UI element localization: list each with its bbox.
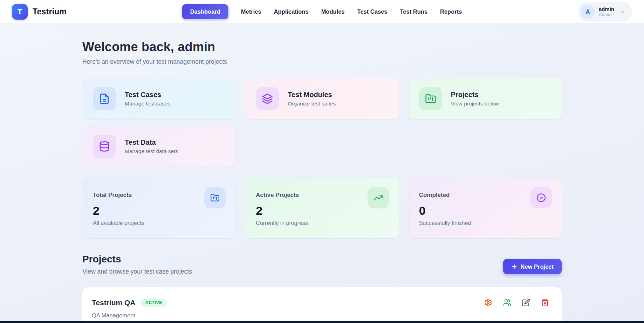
stat-active-projects: Active Projects 2 Currently in progress: [245, 178, 398, 238]
quick-action-subtitle: View projects below: [451, 101, 499, 107]
quick-action-test-modules[interactable]: Test Modules Organize test suites: [245, 78, 398, 119]
trending-up-icon: [368, 187, 389, 208]
nav-applications[interactable]: Applications: [274, 8, 309, 15]
plus-icon: [511, 263, 518, 270]
quick-action-text: Test Cases Manage test cases: [125, 91, 170, 107]
users-icon: [503, 298, 511, 307]
project-delete-button[interactable]: [541, 298, 549, 307]
project-members-button[interactable]: [503, 298, 511, 307]
user-meta: admin Admin: [599, 6, 614, 17]
nav-test-cases[interactable]: Test Cases: [357, 8, 388, 15]
nav-reports[interactable]: Reports: [440, 8, 462, 15]
page-title: Welcome back, admin: [82, 40, 562, 54]
brand-name: Testrium: [33, 7, 67, 16]
projects-header-text: Projects View and browse your test case …: [82, 254, 192, 275]
file-text-icon: [93, 87, 116, 110]
stat-caption: Currently in progress: [256, 220, 388, 226]
stat-completed: Completed 0 Successfully finished: [409, 178, 562, 238]
user-role: Admin: [599, 12, 614, 18]
quick-action-title: Test Data: [125, 138, 178, 146]
footer-edge: [0, 321, 644, 323]
stat-value: 0: [419, 204, 551, 218]
projects-subtitle: View and browse your test case projects: [82, 268, 192, 275]
project-settings-button[interactable]: [484, 298, 492, 307]
user-name: admin: [599, 6, 614, 12]
folder-kanban-icon: [204, 187, 226, 208]
project-actions: [484, 298, 549, 307]
quick-action-test-cases[interactable]: Test Cases Manage test cases: [82, 78, 235, 119]
stat-caption: All available projects: [93, 220, 225, 226]
database-icon: [93, 135, 116, 158]
nav-dashboard[interactable]: Dashboard: [182, 4, 228, 19]
quick-actions-grid: Test Cases Manage test cases Test Module…: [82, 78, 562, 167]
circle-check-icon: [530, 187, 552, 208]
trash-icon: [541, 298, 549, 307]
nav-test-runs[interactable]: Test Runs: [400, 8, 427, 15]
quick-action-text: Test Modules Organize test suites: [288, 91, 336, 107]
quick-action-subtitle: Manage test cases: [125, 101, 170, 107]
welcome-section: Welcome back, admin Here's an overview o…: [82, 40, 562, 66]
main-nav: Dashboard Metrics Applications Modules T…: [182, 4, 462, 19]
new-project-button[interactable]: New Project: [503, 259, 562, 274]
project-edit-button[interactable]: [522, 298, 530, 307]
quick-action-title: Test Cases: [125, 91, 170, 99]
top-navigation: T Testrium Dashboard Metrics Application…: [0, 0, 644, 23]
layers-icon: [256, 87, 279, 110]
brand[interactable]: T Testrium: [12, 4, 67, 20]
stat-caption: Successfully finished: [419, 220, 551, 226]
nav-metrics[interactable]: Metrics: [241, 8, 261, 15]
project-description: QA Management: [92, 312, 549, 319]
projects-header: Projects View and browse your test case …: [82, 254, 562, 275]
gear-icon: [484, 298, 492, 307]
brand-logo-letter: T: [18, 7, 22, 16]
new-project-label: New Project: [521, 263, 554, 270]
avatar: A: [581, 5, 595, 19]
stat-value: 2: [256, 204, 388, 218]
project-title-row: Testrium QA ACTIVE: [92, 298, 549, 307]
status-badge: ACTIVE: [141, 298, 166, 307]
quick-action-title: Projects: [451, 91, 499, 99]
quick-action-projects[interactable]: Projects View projects below: [409, 78, 562, 119]
chevron-down-icon: [619, 9, 626, 15]
quick-action-text: Projects View projects below: [451, 91, 499, 107]
quick-action-subtitle: Organize test suites: [288, 101, 336, 107]
brand-logo: T: [12, 4, 28, 20]
user-menu[interactable]: A admin Admin: [578, 2, 632, 21]
quick-action-subtitle: Manage test data sets: [125, 148, 178, 154]
avatar-letter: A: [585, 8, 590, 15]
project-name: Testrium QA: [92, 298, 135, 307]
main-content: Welcome back, admin Here's an overview o…: [82, 40, 562, 323]
project-card-testrium-qa[interactable]: Testrium QA ACTIVE QA Management Created…: [82, 287, 562, 323]
quick-action-title: Test Modules: [288, 91, 336, 99]
quick-action-text: Test Data Manage test data sets: [125, 138, 178, 154]
edit-icon: [522, 298, 530, 307]
quick-action-test-data[interactable]: Test Data Manage test data sets: [82, 126, 235, 167]
projects-title: Projects: [82, 254, 192, 265]
page-subtitle: Here's an overview of your test manageme…: [82, 58, 562, 66]
folder-kanban-icon: [419, 87, 442, 110]
stats-grid: Total Projects 2 All available projects …: [82, 178, 562, 238]
stat-total-projects: Total Projects 2 All available projects: [82, 178, 235, 238]
nav-modules[interactable]: Modules: [321, 8, 345, 15]
